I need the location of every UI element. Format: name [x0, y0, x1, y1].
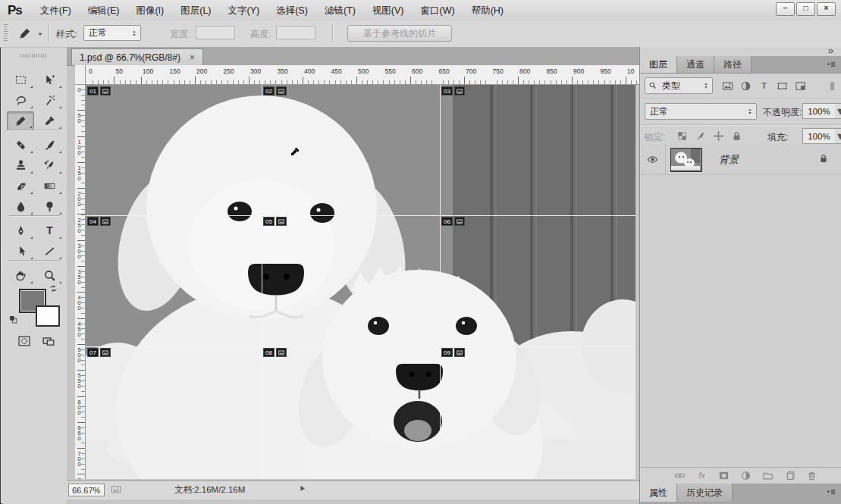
menu-item-1[interactable]: 文件(F) — [32, 1, 80, 20]
layer-visibility-well[interactable] — [640, 144, 666, 174]
close-button[interactable]: × — [817, 2, 836, 16]
dodge-tool-button[interactable] — [36, 197, 63, 216]
bottom-group-tab-1[interactable]: 属性 — [640, 484, 677, 502]
delete-layer-icon[interactable] — [806, 470, 817, 481]
canvas[interactable]: 010203040506070809 — [86, 85, 635, 479]
slice-style-select[interactable]: 正常 — [83, 25, 141, 41]
layer-filter-type-select[interactable]: 类型 — [645, 77, 713, 94]
hand-tool-button[interactable] — [7, 266, 34, 285]
layer-lock-icon — [818, 153, 829, 164]
layers-panel-menu-icon[interactable] — [826, 59, 836, 70]
opacity-dropdown-icon[interactable]: ▾ — [835, 103, 841, 119]
tool-preset-dropdown-icon[interactable] — [36, 30, 44, 38]
rectangular-marquee-tool-button[interactable] — [7, 70, 34, 89]
type-tool-button[interactable]: T — [36, 221, 63, 240]
menu-item-8[interactable]: 视图(V) — [364, 1, 413, 20]
new-layer-icon[interactable] — [784, 470, 795, 481]
link-layers-icon[interactable] — [674, 470, 686, 481]
pen-tool-button[interactable] — [7, 221, 34, 240]
layer-group-icon[interactable] — [762, 470, 774, 481]
image-filter-icon[interactable] — [722, 80, 733, 92]
path-selection-tool-button[interactable] — [7, 242, 34, 261]
move-tool-button[interactable] — [36, 70, 63, 89]
layer-mask-icon[interactable] — [718, 470, 730, 481]
bottom-group-tab-2[interactable]: 历史记录 — [677, 484, 733, 502]
fill-label: 填充: — [767, 131, 788, 144]
blend-mode-select[interactable]: 正常 — [645, 103, 757, 120]
blur-tool-button[interactable] — [7, 197, 34, 216]
photoshop-logo: Ps — [0, 3, 32, 18]
eraser-tool-button[interactable] — [7, 177, 34, 196]
layer-style-icon[interactable]: fx — [696, 470, 708, 481]
eyedropper-tool-button[interactable] — [36, 111, 63, 130]
horizontal-ruler[interactable]: 0501001502002503003504004505005506006507… — [86, 65, 639, 85]
width-input[interactable] — [196, 26, 235, 39]
slice-tool-preset-button[interactable] — [18, 27, 32, 40]
lock-transparency-icon[interactable] — [676, 130, 688, 142]
screen-mode-button[interactable] — [42, 334, 55, 348]
clone-stamp-tool-button[interactable] — [7, 156, 34, 175]
adjustment-filter-icon[interactable] — [740, 80, 752, 92]
vertical-ruler[interactable]: 05 01 0 01 5 02 0 02 5 03 0 03 5 04 0 04… — [75, 85, 86, 479]
h-ruler-label: 200 — [196, 67, 207, 75]
healing-brush-tool-button[interactable] — [7, 136, 34, 155]
gradient-tool-button[interactable] — [36, 177, 63, 196]
menu-item-6[interactable]: 选择(S) — [268, 1, 316, 20]
zoom-tool-button[interactable] — [36, 266, 63, 285]
zoom-level-field[interactable]: 66.67% — [68, 484, 105, 496]
maximize-button[interactable]: □ — [796, 2, 815, 16]
lock-image-icon[interactable] — [695, 130, 706, 142]
default-colors-icon[interactable] — [8, 315, 18, 324]
layer-thumbnail[interactable] — [670, 148, 702, 172]
lasso-tool-button[interactable] — [7, 91, 34, 110]
menu-item-9[interactable]: 窗口(W) — [413, 1, 463, 20]
layers-group-tab-1[interactable]: 图层 — [640, 56, 677, 73]
layer-row-background[interactable]: 背景 — [640, 144, 841, 175]
eye-icon[interactable] — [647, 154, 658, 165]
filter-switch-icon[interactable] — [827, 80, 838, 92]
magic-wand-tool-button[interactable] — [36, 91, 63, 110]
menu-items: 文件(F)编辑(E)图像(I)图层(L)文字(Y)选择(S)滤镜(T)视图(V)… — [32, 1, 512, 20]
width-label: 宽度: — [170, 28, 190, 41]
close-tab-icon[interactable]: × — [190, 52, 195, 63]
lock-position-icon[interactable] — [713, 130, 724, 142]
toolbar-grip[interactable] — [20, 54, 48, 58]
menu-item-2[interactable]: 编辑(E) — [80, 1, 128, 20]
status-options-arrow-icon[interactable] — [298, 484, 306, 493]
shape-filter-icon[interactable] — [777, 80, 788, 92]
minimize-button[interactable]: – — [776, 2, 795, 16]
menu-item-10[interactable]: 帮助(H) — [463, 1, 512, 20]
height-input[interactable] — [276, 26, 315, 39]
options-drag-handle[interactable] — [4, 24, 8, 42]
h-ruler-label: 150 — [170, 67, 180, 75]
bottom-panel-menu-icon[interactable] — [826, 487, 836, 497]
lock-all-icon[interactable] — [731, 130, 742, 142]
slice-tool-button[interactable] — [7, 111, 34, 130]
layers-group-tab-3[interactable]: 路径 — [714, 56, 752, 73]
menu-item-4[interactable]: 图层(L) — [172, 1, 219, 20]
h-ruler-label: 300 — [250, 67, 261, 75]
horizontal-guide — [86, 346, 635, 347]
menu-item-7[interactable]: 滤镜(T) — [316, 1, 364, 20]
menu-item-3[interactable]: 图像(I) — [127, 1, 172, 20]
menu-item-5[interactable]: 文字(Y) — [220, 1, 268, 20]
history-brush-tool-button[interactable] — [36, 156, 63, 175]
layers-group-tab-2[interactable]: 通道 — [677, 56, 714, 73]
quick-mask-button[interactable] — [17, 334, 31, 348]
background-color-swatch[interactable] — [36, 305, 60, 327]
line-tool-button[interactable] — [36, 242, 63, 261]
adjustment-layer-icon[interactable] — [740, 470, 752, 481]
smart-object-filter-icon[interactable] — [795, 80, 806, 92]
brush-tool-button[interactable] — [36, 136, 63, 155]
collapse-panels-icon[interactable] — [827, 48, 834, 55]
fill-value-field[interactable]: 100% — [802, 128, 836, 144]
slices-from-guides-button[interactable]: 基于参考线的切片 — [347, 25, 452, 42]
swap-colors-icon[interactable] — [48, 284, 59, 296]
slice-number: 08 — [263, 348, 275, 357]
fill-dropdown-icon[interactable]: ▾ — [835, 128, 841, 144]
opacity-value-field[interactable]: 100% — [802, 103, 836, 119]
type-filter-icon[interactable]: T — [758, 80, 770, 92]
document-tab[interactable]: 1.psd @ 66.7%(RGB/8#) × — [71, 49, 203, 65]
slice-badge-02: 02 — [263, 86, 287, 95]
slice-image-icon — [454, 86, 465, 95]
